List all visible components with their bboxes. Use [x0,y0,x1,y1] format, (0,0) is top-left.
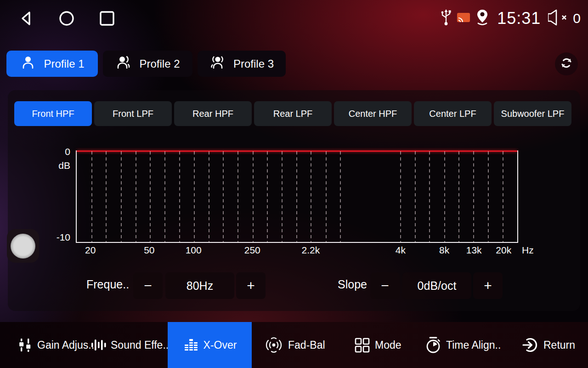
xover-panel: Front HPFFront LPFRear HPFRear LPFCenter… [8,90,580,311]
vertical-gridline [282,151,283,242]
slope-decrease-button[interactable]: − [370,272,400,299]
knob-circle-icon [11,234,35,259]
y-axis-tick-0: 0 [35,146,70,157]
y-axis-tick-min10: -10 [35,232,70,243]
status-icons: 15:31 0 [440,0,581,37]
filter-controls: Freque.. − 80Hz + Slope − 0dB/oct + [8,272,580,299]
x-axis-tick-50: 50 [144,245,154,256]
profile-tab-label: Profile 2 [139,58,180,70]
profile-tabs: Profile 1Profile 2Profile 3 [6,51,286,77]
vertical-gridline [429,151,430,242]
back-icon[interactable] [17,9,35,28]
x-axis-tick-8k: 8k [439,245,449,256]
profile-tab-profile-1[interactable]: Profile 1 [6,51,98,77]
vertical-gridline [150,151,151,242]
vertical-gridline [340,151,341,242]
vertical-gridline [179,151,180,242]
vertical-gridline [444,151,445,242]
frequency-label: Freque.. [86,278,129,291]
android-nav-keys [17,9,116,28]
vertical-gridline [209,151,209,242]
filter-tab-front-hpf[interactable]: Front HPF [14,101,92,126]
bottom-nav: Gain Adjus..Sound Effe..X-OverFad-BalMod… [0,322,588,368]
y-axis-unit-label: dB [35,160,70,171]
volume-muted-icon[interactable] [548,8,568,29]
vertical-gridline [121,151,122,242]
x-axis-tick-4k: 4k [396,245,406,256]
profile-tab-profile-2[interactable]: Profile 2 [103,51,192,77]
vertical-gridline [488,151,489,242]
slope-increase-button[interactable]: + [473,272,503,299]
mode-grid-icon [353,336,371,354]
vertical-gridline [400,151,401,242]
vertical-gridline [267,151,268,242]
vertical-gridline [237,151,238,242]
frequency-decrease-button[interactable]: − [133,272,163,299]
nav-item-label: Fad-Bal [288,339,325,351]
nav-item-time-align[interactable]: Time Align.. [418,322,507,368]
vertical-gridline [253,151,254,242]
filter-tab-rear-lpf[interactable]: Rear LPF [254,101,332,126]
x-axis-tick-2-2k: 2.2k [301,245,320,256]
x-axis-tick-20: 20 [85,245,96,256]
nav-item-fad-bal[interactable]: Fad-Bal [257,322,332,368]
location-icon [475,8,490,29]
nav-item-label: X-Over [204,339,237,351]
crossover-response-plot[interactable] [76,150,518,243]
x-axis-unit-label: Hz [522,245,534,256]
home-icon[interactable] [58,9,75,28]
xover-equalizer-icon [183,337,199,353]
profile-person-wave-icon [115,54,132,74]
profile-tab-label: Profile 1 [44,58,84,70]
nav-item-x-over[interactable]: X-Over [168,322,252,368]
refresh-button[interactable] [555,52,578,75]
nav-item-label: Time Align.. [446,339,501,351]
volume-level: 0 [573,11,581,26]
frequency-increase-button[interactable]: + [236,272,266,299]
cast-icon [457,12,470,25]
nav-item-mode[interactable]: Mode [347,322,408,368]
nav-item-sound-effe[interactable]: Sound Effe.. [84,322,175,368]
nav-item-label: Return [543,339,575,351]
nav-item-return[interactable]: Return [514,322,582,368]
vertical-gridline [164,151,165,242]
vertical-gridline [415,151,416,242]
return-arrow-icon [521,336,539,354]
slope-value: 0dB/oct [402,272,471,299]
vertical-gridline [223,151,224,242]
usb-icon [440,8,452,29]
vertical-gridline [194,151,195,242]
vertical-gridline [296,151,297,242]
gain-sliders-icon [17,337,33,353]
filter-tab-center-hpf[interactable]: Center HPF [334,101,412,126]
filter-tab-subwoofer-lpf[interactable]: Subwoofer LPF [494,101,571,126]
recents-icon[interactable] [98,9,116,28]
clock: 15:31 [497,9,541,28]
filter-tabs: Front HPFFront LPFRear HPFRear LPFCenter… [14,101,571,126]
filter-tab-center-lpf[interactable]: Center LPF [414,101,492,126]
vertical-gridline [503,151,503,242]
x-axis-tick-20k: 20k [496,245,511,256]
profile-person-icon [20,54,36,74]
slope-label: Slope [338,278,367,291]
vertical-gridline [458,151,459,242]
profile-tab-label: Profile 3 [233,58,274,70]
fader-balance-icon [264,336,284,354]
filter-tab-front-lpf[interactable]: Front LPF [94,101,172,126]
vertical-gridline [106,151,107,242]
vertical-gridline [326,151,327,242]
vertical-gridline [136,151,136,242]
vertical-gridline [311,151,311,242]
xover-screen: 15:31 0 Profile 1Profile 2Profile 3 [0,0,588,368]
filter-tab-rear-hpf[interactable]: Rear HPF [174,101,252,126]
drag-knob-handle[interactable] [7,229,39,263]
frequency-value: 80Hz [165,272,234,299]
android-status-bar: 15:31 0 [0,0,588,37]
vertical-gridline [91,151,92,242]
profile-tab-profile-3[interactable]: Profile 3 [198,51,286,77]
x-axis-tick-250: 250 [244,245,260,256]
nav-item-label: Sound Effe.. [111,339,169,351]
time-alignment-stopwatch-icon [424,336,442,354]
refresh-sync-icon [560,56,573,72]
profile-person-waves-icon [209,54,226,74]
